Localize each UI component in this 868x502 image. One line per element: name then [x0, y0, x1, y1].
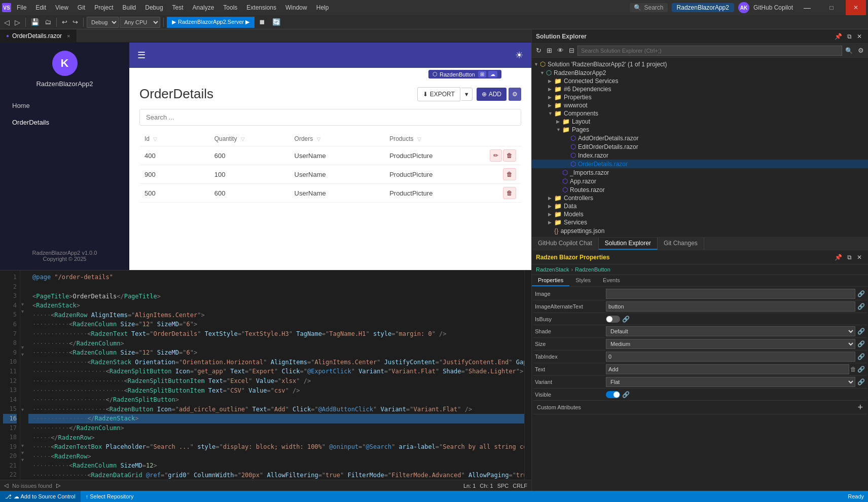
tab-solution-explorer-bottom[interactable]: Solution Explorer	[599, 238, 658, 250]
menu-git[interactable]: Git	[74, 3, 89, 12]
tree-item-imports[interactable]: ⬡ _Imports.razor	[532, 168, 868, 177]
prop-input-imagealt[interactable]	[606, 301, 855, 312]
toolbar-back[interactable]: ◁	[2, 17, 12, 27]
menu-project[interactable]: Project	[91, 3, 117, 12]
tree-item-app[interactable]: ⬡ App.razor	[532, 177, 868, 185]
search-input[interactable]	[139, 109, 521, 126]
window-close[interactable]: ✕	[846, 0, 866, 15]
prop-link-tabindex[interactable]: 🔗	[857, 353, 865, 360]
menu-help[interactable]: Help	[313, 3, 333, 12]
tree-item-edit-order[interactable]: ⬡ EditOrderDetails.razor	[532, 142, 868, 151]
col-header-orders[interactable]: Orders ▽	[290, 132, 385, 146]
add-settings-button[interactable]: ⚙	[509, 88, 521, 101]
prop-link-visible[interactable]: 🔗	[622, 391, 630, 398]
prop-link-imagealt[interactable]: 🔗	[857, 303, 865, 310]
tree-item-connected-services[interactable]: ▶ 📁 Connected Services	[532, 77, 868, 85]
stop-button[interactable]: ⏹	[256, 17, 268, 27]
sol-toolbar-sync[interactable]: ↻	[534, 46, 544, 55]
tree-item-project[interactable]: ▼ ⬡ RadzenBlazorApp2	[532, 68, 868, 77]
tree-item-services[interactable]: ▶ 📁 Services	[532, 218, 868, 226]
filter-products-icon[interactable]: ▽	[417, 136, 421, 142]
filter-orders-icon[interactable]: ▽	[317, 136, 321, 142]
edit-row-1-button[interactable]: ✏	[490, 149, 502, 162]
toolbar-undo[interactable]: ↩	[60, 17, 69, 27]
tree-item-properties[interactable]: ▶ 📁 Properties	[532, 93, 868, 101]
prop-link-text[interactable]: 🔗	[857, 366, 865, 373]
props-close[interactable]: ✕	[855, 253, 864, 262]
tree-item-dependencies[interactable]: ▶ 📁 #6 Dependencies	[532, 85, 868, 93]
tree-item-orderdetails[interactable]: ⬡ OrderDetails.razor	[532, 160, 868, 168]
sol-panel-float[interactable]: ⧉	[845, 32, 854, 41]
tab-git-changes[interactable]: Git Changes	[658, 238, 704, 250]
props-pin[interactable]: 📌	[833, 253, 844, 262]
window-maximize[interactable]: □	[821, 0, 842, 15]
menu-debug[interactable]: Debug	[141, 3, 166, 12]
tree-item-routes[interactable]: ⬡ Routes.razor	[532, 185, 868, 194]
tree-item-appsettings[interactable]: {} appsettings.json	[532, 226, 868, 235]
search-button[interactable]: 🔍 Search	[630, 3, 668, 12]
prop-input-tabindex[interactable]	[606, 352, 855, 362]
run-button[interactable]: ▶ RadzenBlazorApp2.Server ▶	[167, 17, 255, 28]
sol-toolbar-collapse[interactable]: ⊟	[567, 46, 576, 55]
add-button[interactable]: ⊕ ADD	[477, 88, 507, 101]
sol-toolbar-props[interactable]: ⊞	[545, 46, 554, 55]
sun-icon[interactable]: ☀	[515, 50, 523, 61]
tree-item-solution[interactable]: ▼ ⬡ Solution 'RadzenBlazorApp2' (1 of 1 …	[532, 60, 868, 68]
prop-link-image[interactable]: 🔗	[857, 290, 865, 297]
debug-mode-dropdown[interactable]: Debug	[87, 17, 119, 28]
menu-build[interactable]: Build	[119, 3, 140, 12]
export-dropdown-button[interactable]: ▼	[461, 88, 473, 101]
filter-qty-icon[interactable]: ▽	[241, 136, 245, 142]
col-header-quantity[interactable]: Quantity ▽	[209, 132, 290, 146]
prop-link-isbusy[interactable]: 🔗	[622, 316, 630, 323]
editor-scrollbar[interactable]	[524, 271, 531, 480]
error-list-scroll-left[interactable]: ◁	[4, 482, 8, 489]
menu-tools[interactable]: Tools	[220, 3, 241, 12]
tree-item-data[interactable]: ▶ 📁 Data	[532, 202, 868, 210]
delete-row-3-button[interactable]: 🗑	[503, 187, 516, 199]
status-repo[interactable]: ↑ Select Repository	[81, 491, 139, 502]
toolbar-save[interactable]: 💾	[29, 17, 42, 27]
prop-dropdown-variant[interactable]: Flat	[606, 377, 855, 387]
cpu-dropdown[interactable]: Any CPU	[120, 17, 160, 28]
breadcrumb-radzenbutton[interactable]: RadzenButton	[575, 266, 610, 273]
sol-panel-pin[interactable]: 📌	[833, 32, 844, 41]
menu-view[interactable]: View	[52, 3, 72, 12]
solution-search-input[interactable]	[577, 46, 842, 56]
menu-analyze[interactable]: Analyze	[189, 3, 218, 12]
prop-input-image[interactable]	[606, 289, 855, 299]
sol-toolbar-gear[interactable]: ⚙	[856, 46, 866, 55]
prop-dropdown-size[interactable]: Medium	[606, 339, 855, 349]
menu-extensions[interactable]: Extensions	[243, 3, 280, 12]
props-tab-events[interactable]: Events	[597, 275, 626, 286]
filter-id-icon[interactable]: ▽	[153, 136, 157, 142]
code-content[interactable]: @page "/order-details" <PageTitle>OrderD…	[28, 271, 524, 480]
tab-github-copilot[interactable]: GitHub Copilot Chat	[532, 238, 599, 250]
tree-item-wwwroot[interactable]: ▶ 📁 wwwroot	[532, 101, 868, 109]
menu-edit[interactable]: Edit	[32, 3, 50, 12]
sol-search-button[interactable]: 🔍	[843, 46, 855, 55]
toolbar-forward[interactable]: ▷	[13, 17, 22, 27]
custom-attrs-add-button[interactable]: +	[857, 403, 863, 412]
prop-input-text[interactable]	[606, 364, 849, 374]
menu-file[interactable]: File	[13, 3, 30, 12]
tree-item-add-order[interactable]: ⬡ AddOrderDetails.razor	[532, 134, 868, 142]
delete-row-2-button[interactable]: 🗑	[503, 168, 516, 180]
prop-link-size[interactable]: 🔗	[857, 340, 865, 347]
sol-toolbar-show-all[interactable]: 👁	[555, 46, 566, 55]
props-tab-styles[interactable]: Styles	[569, 275, 597, 286]
tree-item-components[interactable]: ▼ 📁 Components	[532, 109, 868, 118]
prop-dropdown-shade[interactable]: Default	[606, 326, 855, 336]
sol-panel-close[interactable]: ✕	[855, 32, 864, 41]
menu-test[interactable]: Test	[169, 3, 187, 12]
window-minimize[interactable]: —	[797, 0, 817, 15]
breadcrumb-radzenstack[interactable]: RadzenStack	[536, 266, 569, 273]
tree-item-models[interactable]: ▶ 📁 Models	[532, 210, 868, 218]
sidebar-item-orderdetails[interactable]: OrderDetails	[4, 114, 125, 130]
col-header-id[interactable]: Id ▽	[139, 132, 209, 146]
sidebar-item-home[interactable]: Home	[4, 98, 125, 113]
tab-close-icon[interactable]: ×	[67, 33, 70, 39]
editor-tab-orderdetails[interactable]: ● OrderDetails.razor ×	[0, 29, 77, 42]
export-button[interactable]: ⬇ EXPORT	[417, 87, 460, 101]
delete-row-1-button[interactable]: 🗑	[503, 149, 516, 162]
